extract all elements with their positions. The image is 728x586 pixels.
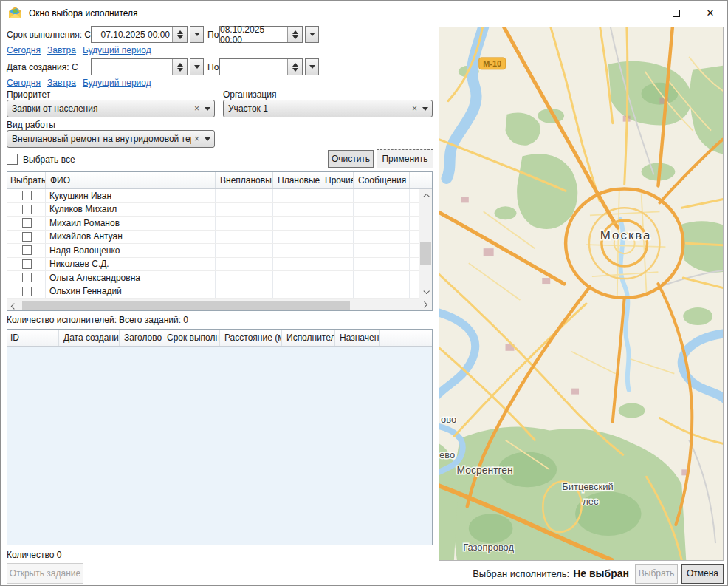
col-id[interactable]: ID [7, 330, 59, 346]
executor-name: Николаев С.Д. [46, 258, 216, 271]
deadline-from-value: 07.10.2025 00:00 [92, 27, 172, 42]
link-future-period[interactable]: Будущий период [83, 45, 151, 55]
created-from-value [92, 59, 172, 75]
row-select-cell [7, 217, 46, 230]
col-assigned[interactable]: Назначено [335, 330, 380, 346]
scroll-down-button[interactable] [419, 287, 432, 299]
link-tomorrow[interactable]: Завтра [47, 78, 76, 88]
chevron-down-icon [194, 33, 200, 36]
created-to-spinner[interactable] [287, 59, 302, 75]
priority-label: Приоритет [7, 89, 50, 100]
deadline-to-value: 08.10.2025 00:00 [220, 27, 287, 42]
link-future-period[interactable]: Будущий период [83, 78, 151, 88]
table-row[interactable]: Надя Волощенко [7, 244, 432, 258]
created-from-spinner[interactable] [172, 59, 187, 75]
chevron-down-icon [205, 137, 210, 141]
clear-x-icon[interactable]: × [412, 104, 417, 113]
created-from-field[interactable] [91, 58, 188, 75]
deadline-to-field[interactable]: 08.10.2025 00:00 [219, 26, 303, 43]
work-type-combo[interactable]: Внеплановый ремонт на внутридомовой тер … [7, 130, 215, 148]
table-row[interactable]: Николаев С.Д. [7, 258, 432, 272]
organization-label: Организация [223, 89, 276, 100]
row-checkbox[interactable] [22, 245, 32, 255]
vertical-scroll-thumb[interactable] [420, 242, 431, 265]
maximize-button[interactable] [659, 1, 693, 25]
link-tomorrow[interactable]: Завтра [47, 45, 76, 55]
executor-name: Кукушкин Иван [46, 189, 216, 202]
col-unplanned[interactable]: Внеплановые [216, 172, 273, 188]
link-today[interactable]: Сегодня [7, 45, 41, 55]
select-button[interactable]: Выбрать [635, 564, 678, 584]
table-row[interactable]: Кукушкин Иван [7, 189, 432, 203]
scroll-right-button[interactable] [419, 299, 432, 310]
row-checkbox[interactable] [22, 259, 32, 269]
executor-name: Ольга Александровна [46, 271, 216, 285]
executor-name: Михаил Романов [46, 217, 216, 230]
select-all-checkbox[interactable] [7, 154, 18, 165]
col-messages[interactable]: Сообщения [354, 172, 410, 188]
created-quick-links: Сегодня Завтра Будущий период [7, 78, 151, 88]
scroll-left-button[interactable] [7, 299, 20, 310]
table-row[interactable]: Михайлов Антуан [7, 231, 432, 245]
tasks-empty-body [7, 347, 432, 545]
executors-vertical-scrollbar[interactable] [419, 189, 432, 299]
map-canvas: М-10МоскваМосрентгенБитцевскийлесГазопро… [439, 27, 723, 560]
col-planned[interactable]: Плановые [273, 172, 320, 188]
executors-horizontal-scrollbar[interactable] [7, 299, 432, 310]
minimize-button[interactable] [625, 1, 659, 25]
table-row[interactable]: Куликов Михаил [7, 203, 432, 217]
close-button[interactable]: ✕ [693, 1, 727, 25]
col-title[interactable]: Заголовок [120, 330, 162, 346]
row-checkbox[interactable] [22, 205, 32, 214]
tasks-table-header: ID Дата создания Заголовок Срок выполне … [7, 330, 432, 347]
clear-x-icon[interactable]: × [194, 104, 199, 113]
organization-combo[interactable]: Участок 1 × [223, 100, 433, 117]
clear-button[interactable]: Очистить [328, 150, 374, 168]
horizontal-scroll-thumb[interactable] [22, 301, 350, 310]
svg-text:Москва: Москва [600, 228, 652, 242]
col-executor[interactable]: Исполнитель [282, 330, 335, 346]
deadline-from-dropdown-button[interactable] [190, 26, 204, 43]
row-checkbox[interactable] [22, 232, 32, 242]
deadline-from-field[interactable]: 07.10.2025 00:00 [91, 26, 188, 43]
clear-x-icon[interactable]: × [194, 134, 199, 143]
created-to-dropdown-button[interactable] [305, 58, 319, 75]
row-checkbox[interactable] [22, 191, 32, 200]
map[interactable]: М-10МоскваМосрентгенБитцевскийлесГазопро… [439, 27, 724, 561]
deadline-from-spinner[interactable] [172, 27, 187, 42]
col-other[interactable]: Прочие [320, 172, 354, 188]
selected-executor-value: Не выбран [573, 568, 629, 579]
created-to-field[interactable] [219, 58, 303, 75]
created-to-label: По [207, 62, 219, 72]
table-row[interactable]: Ольхин Геннадий [7, 285, 432, 299]
executors-table-header: Выбрать ФИО Внеплановые Плановые Прочие … [7, 172, 432, 189]
open-task-button[interactable]: Открыть задание [7, 563, 83, 584]
organization-value: Участок 1 [228, 103, 409, 114]
scroll-up-button[interactable] [419, 189, 432, 201]
row-checkbox[interactable] [22, 287, 32, 296]
deadline-to-dropdown-button[interactable] [305, 26, 319, 43]
link-today[interactable]: Сегодня [7, 78, 41, 88]
col-distance[interactable]: Расстояние (м.) [220, 330, 282, 346]
col-select[interactable]: Выбрать [7, 172, 46, 188]
table-row[interactable]: Ольга Александровна [7, 271, 432, 285]
col-fio[interactable]: ФИО [46, 172, 216, 188]
cancel-button[interactable]: Отмена [681, 564, 724, 584]
col-created[interactable]: Дата создания [59, 330, 120, 346]
deadline-to-spinner[interactable] [287, 27, 302, 42]
svg-text:ово: ово [441, 414, 456, 425]
row-select-cell [7, 231, 46, 244]
created-from-dropdown-button[interactable] [190, 58, 204, 75]
col-deadline[interactable]: Срок выполне [162, 330, 220, 346]
priority-combo[interactable]: Заявки от населения × [7, 100, 215, 117]
row-checkbox[interactable] [22, 273, 32, 282]
row-checkbox[interactable] [22, 218, 32, 228]
svg-text:лес: лес [583, 496, 599, 507]
created-label: Дата создания: С [7, 62, 78, 72]
svg-text:Мосрентген: Мосрентген [457, 464, 513, 476]
tasks-table: ID Дата создания Заголовок Срок выполне … [7, 329, 433, 545]
row-select-cell [7, 271, 46, 285]
table-row[interactable]: Михаил Романов [7, 217, 432, 231]
apply-button[interactable]: Применить [377, 149, 433, 168]
col-filler [410, 172, 432, 188]
